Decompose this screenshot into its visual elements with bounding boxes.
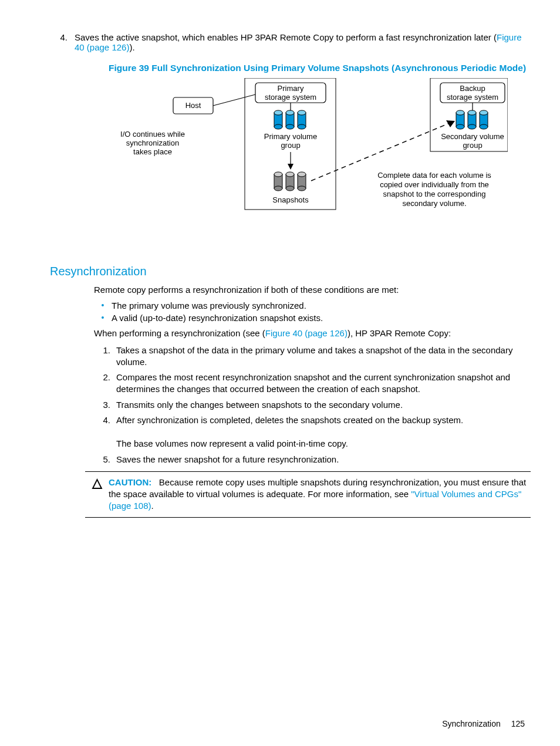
svg-point-7 xyxy=(274,124,282,129)
label-pvg-1: Primary volume xyxy=(264,132,317,141)
section-heading-resync: Resynchronization xyxy=(50,265,531,278)
caution-icon: △ xyxy=(85,477,109,512)
svg-point-34 xyxy=(298,186,306,191)
text-fragment: The base volumes now represent a valid p… xyxy=(116,438,348,448)
caution-label: CAUTION: xyxy=(109,477,151,487)
list-text: Takes a snapshot of the data in the prim… xyxy=(116,345,531,369)
list-text: Transmits only the changes between snaps… xyxy=(116,399,403,411)
svg-line-3 xyxy=(213,94,255,106)
bullet-text: The primary volume was previously synchr… xyxy=(112,301,306,310)
text-fragment: Saves the active snapshot, which enables… xyxy=(75,32,497,42)
secondary-volume-icon xyxy=(456,110,488,129)
svg-point-30 xyxy=(286,172,294,177)
svg-point-23 xyxy=(480,124,488,129)
list-text: Saves the newer snapshot for a future re… xyxy=(116,454,339,465)
label-snapshots: Snapshots xyxy=(272,195,309,204)
svg-marker-25 xyxy=(288,164,294,170)
label-backup-2: storage system xyxy=(447,93,498,102)
svg-point-31 xyxy=(286,186,294,191)
svg-marker-36 xyxy=(446,120,455,127)
bullet-icon: • xyxy=(94,301,112,310)
svg-point-20 xyxy=(468,124,476,129)
svg-point-28 xyxy=(274,186,282,191)
svg-point-22 xyxy=(480,110,488,115)
figure-39: Primary storage system Backup storage sy… xyxy=(109,78,531,241)
caution-text: CAUTION: Because remote copy uses multip… xyxy=(109,477,531,512)
fig-note-4: secondary volume. xyxy=(402,199,466,208)
caution-block: △ CAUTION: Because remote copy uses mult… xyxy=(85,471,531,518)
side-note-1: I/O continues while xyxy=(120,130,185,139)
fig-note-3: snapshot to the corresponding xyxy=(383,190,486,198)
svg-point-19 xyxy=(468,110,476,115)
text-fragment: . xyxy=(151,501,154,511)
svg-point-27 xyxy=(274,172,282,177)
svg-point-13 xyxy=(298,124,306,129)
footer-section: Synchronization xyxy=(442,719,501,728)
list-text: Compares the most recent resynchronizati… xyxy=(116,372,531,396)
list-number: 3. xyxy=(94,399,116,411)
list-number: 4. xyxy=(50,32,75,52)
page-footer: Synchronization 125 xyxy=(442,719,525,728)
list-number: 1. xyxy=(94,345,116,369)
label-pvg-2: group xyxy=(281,141,300,150)
text-fragment: When performing a resynchronization (see… xyxy=(94,328,265,338)
page-number: 125 xyxy=(511,719,525,728)
list-number: 4. xyxy=(94,414,116,450)
svg-point-33 xyxy=(298,172,306,177)
label-svg-1: Secondary volume xyxy=(441,132,504,141)
text-fragment: After synchronization is completed, dele… xyxy=(116,415,463,425)
svg-point-6 xyxy=(274,110,282,115)
label-primary-1: Primary xyxy=(278,84,304,93)
side-note-3: takes place xyxy=(133,147,172,156)
figure-title: Figure 39 Full Synchronization Using Pri… xyxy=(109,63,531,73)
svg-point-9 xyxy=(286,110,294,115)
side-note-2: synchronization xyxy=(126,139,179,147)
label-svg-2: group xyxy=(463,141,482,150)
label-host: Host xyxy=(185,101,201,110)
bullet-icon: • xyxy=(94,313,112,323)
text-fragment: ), HP 3PAR Remote Copy: xyxy=(348,328,451,338)
bullet-list: •The primary volume was previously synch… xyxy=(94,301,531,323)
figure-link[interactable]: Figure 40 (page 126) xyxy=(265,328,348,338)
list-number: 5. xyxy=(94,454,116,465)
snapshots-icon xyxy=(274,172,306,191)
label-backup-1: Backup xyxy=(460,84,485,93)
svg-point-17 xyxy=(456,124,464,129)
svg-point-16 xyxy=(456,110,464,115)
list-text: After synchronization is completed, dele… xyxy=(116,414,463,450)
numbered-list: 1.Takes a snapshot of the data in the pr… xyxy=(94,345,531,465)
list-number: 2. xyxy=(94,372,116,396)
svg-point-10 xyxy=(286,124,294,129)
svg-point-12 xyxy=(298,110,306,115)
text-fragment: ). xyxy=(129,42,134,52)
top-list-item: 4. Saves the active snapshot, which enab… xyxy=(50,32,531,52)
label-primary-2: storage system xyxy=(265,93,316,102)
primary-volume-icon xyxy=(274,110,306,129)
list-text: Saves the active snapshot, which enables… xyxy=(75,32,531,52)
paragraph: Remote copy performs a resynchronization… xyxy=(94,284,531,296)
paragraph: When performing a resynchronization (see… xyxy=(94,328,531,339)
bullet-text: A valid (up-to-date) resynchronization s… xyxy=(112,313,323,323)
figure-svg: Primary storage system Backup storage sy… xyxy=(109,78,508,239)
fig-note-1: Complete data for each volume is xyxy=(377,171,491,180)
fig-note-2: copied over individually from the xyxy=(380,180,489,189)
